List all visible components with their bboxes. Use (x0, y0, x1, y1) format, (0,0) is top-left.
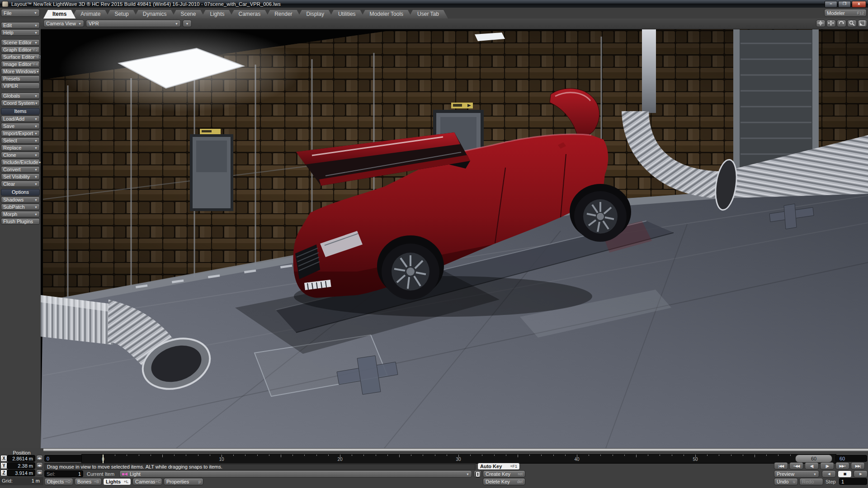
view-mode-dropdown[interactable]: Camera View ▼ (43, 20, 84, 27)
delete-key-button[interactable]: Delete Key del (483, 478, 525, 485)
prev-key-button[interactable]: +◀◀ (789, 462, 803, 469)
close-button[interactable]: x (852, 1, 866, 8)
current-frame-marker[interactable] (103, 455, 104, 463)
step-back-button[interactable]: ◀|| (805, 462, 819, 469)
sidebar-item-subpatch[interactable]: SubPatch▼ (1, 204, 40, 210)
redo-button[interactable]: Redo (799, 478, 823, 485)
auto-key-button[interactable]: Auto Key +F1 (477, 463, 520, 470)
go-start-button[interactable]: |◀◀ (774, 462, 788, 469)
tab-cameras[interactable]: Cameras (230, 10, 270, 19)
viewport-pan-button[interactable] (826, 20, 836, 27)
axis-stepper-y[interactable]: ◀▶ (36, 462, 43, 468)
tab-animate[interactable]: Animate (71, 10, 109, 19)
sidebar-item-coord-system[interactable]: Coord System▼ (1, 100, 40, 106)
sidebar-item-scene-editor[interactable]: Scene Editor▼ (1, 39, 40, 46)
sidebar-item-surface-editor[interactable]: Surface Editor^F3 (1, 54, 40, 60)
tab-setup[interactable]: Setup (105, 10, 137, 19)
viewport-fit-button[interactable] (858, 20, 867, 27)
timeline-range-handle[interactable]: 60 (795, 455, 832, 463)
axis-toggle-z[interactable]: Z (0, 469, 7, 476)
axis-value-z[interactable]: 3.914 m (7, 469, 35, 476)
objects-mode-button[interactable]: Objects+O (44, 478, 73, 485)
ruler-tick (506, 455, 506, 456)
sidebar-item-shadows[interactable]: Shadows▼ (1, 197, 40, 203)
pause-button[interactable]: ▮▮ (838, 470, 852, 478)
next-key-button[interactable]: ▶▶+ (835, 462, 849, 469)
current-item-dropdown[interactable]: Light ▼ (119, 470, 472, 478)
sidebar-item-more-windows[interactable]: More Windows▼ (1, 68, 40, 75)
sidebar-item-clear[interactable]: Clear▼ (1, 181, 40, 187)
sidebar-item-shortcut: ^F4 (31, 62, 38, 66)
minimize-button[interactable]: – (825, 1, 837, 8)
axis-stepper-x[interactable]: ◀▶ (36, 455, 43, 461)
axis-toggle-x[interactable]: X (0, 455, 7, 462)
viewport-zoom-button[interactable] (847, 20, 857, 27)
sidebar-item-label: Edit (3, 23, 12, 28)
app-icon (2, 1, 9, 7)
sidebar-item-replace[interactable]: Replace▼ (1, 145, 40, 151)
file-menu-button[interactable]: File ▼ (1, 9, 40, 17)
sidebar-item-edit[interactable]: Edit▼ (1, 22, 40, 28)
restore-button[interactable]: ❐ (838, 1, 851, 8)
sidebar-item-label: Set Visibility (3, 174, 30, 179)
tab-dynamics[interactable]: Dynamics (134, 10, 176, 19)
sidebar-item-import-export[interactable]: Import/Export▼ (1, 130, 40, 136)
sidebar-item-help[interactable]: Help▼ (1, 29, 40, 36)
viewport-options-dropdown[interactable]: ▼ (183, 20, 192, 27)
sidebar-item-set-visibility[interactable]: Set Visibility▼ (1, 174, 40, 180)
axis-value-x[interactable]: 2.8614 m (7, 455, 35, 462)
modeler-button[interactable]: Modeler F12 (824, 9, 867, 17)
axis-stepper-z[interactable]: ◀▶ (36, 469, 43, 475)
sidebar-item-flush-plugins[interactable]: Flush Plugins (1, 218, 40, 225)
sidebar-item-save[interactable]: Save▼ (1, 123, 40, 129)
preview-dropdown[interactable]: Preview ▼ (774, 470, 819, 478)
go-end-button[interactable]: ▶▶| (851, 462, 865, 469)
viewport-center-button[interactable] (816, 20, 826, 27)
tab-items[interactable]: Items (43, 10, 75, 19)
play-reverse-button[interactable]: ◀ (822, 470, 836, 478)
sidebar-item-viper[interactable]: VIPER (1, 83, 40, 89)
render-mode-dropdown[interactable]: VPR ▼ (86, 20, 181, 27)
item-lock-button[interactable] (474, 470, 481, 478)
tab-utilities[interactable]: Utilities (329, 10, 365, 19)
viewport-rotate-button[interactable] (837, 20, 846, 27)
play-forward-button[interactable]: ▶ (854, 470, 868, 478)
sidebar-item-load-add[interactable]: Load/Add▼ (1, 116, 40, 122)
sidebar-item-image-editor[interactable]: Image Editor^F4 (1, 61, 40, 67)
create-key-button[interactable]: Create Key ret (483, 470, 525, 478)
axis-value-y[interactable]: 2.38 m (7, 462, 35, 469)
ruler-tick (613, 455, 613, 456)
bones-mode-button[interactable]: Bones+B (75, 478, 102, 485)
bottom-panel: Position X2.8614 m◀▶Y2.38 m◀▶Z3.914 m◀▶ … (0, 448, 868, 488)
step-forward-button[interactable]: ||▶ (820, 462, 834, 469)
chevron-down-icon: ▼ (78, 22, 81, 25)
sidebar-item-select[interactable]: Select▼ (1, 137, 40, 144)
tab-modeler-tools[interactable]: Modeler Tools (361, 10, 412, 19)
sidebar-item-presets[interactable]: Presets (1, 75, 40, 82)
cameras-mode-button[interactable]: Cameras+C (132, 478, 162, 485)
sidebar-item-morph[interactable]: Morph▼ (1, 211, 40, 217)
undo-button[interactable]: Undo u (774, 478, 798, 485)
lights-mode-button[interactable]: Lights+L (103, 478, 131, 485)
lock-icon (476, 471, 480, 477)
sidebar-item-clone[interactable]: Clone▼ (1, 152, 40, 158)
tab-scene[interactable]: Scene (171, 10, 205, 19)
tab-display[interactable]: Display (297, 10, 333, 19)
sidebar-item-graph-editor[interactable]: Graph Editor^F2 (1, 47, 40, 53)
step-field[interactable]: 1 (839, 478, 867, 485)
timeline-ruler[interactable]: 0102030405060 (81, 454, 836, 464)
end-frame-field[interactable]: 60 (835, 455, 867, 462)
viewport-render[interactable] (41, 19, 868, 448)
tab-lights[interactable]: Lights (201, 10, 233, 19)
properties-mode-button[interactable]: Propertiesp (164, 478, 203, 485)
tab-render[interactable]: Render (265, 10, 301, 19)
sidebar-item-globals[interactable]: Globals▼ (1, 93, 40, 99)
sidebar-item-label: Replace (3, 145, 21, 150)
sidebar-item-convert[interactable]: Convert▼ (1, 166, 40, 173)
current-frame-field[interactable]: 0 (44, 455, 83, 462)
sidebar-item-include-exclude[interactable]: Include/Exclude▼ (1, 159, 40, 165)
tab-user-tab[interactable]: User Tab (408, 10, 448, 19)
axis-toggle-y[interactable]: Y (0, 462, 7, 469)
window-title: Layout™ NewTek LightWave 3D ® HC Rev 201… (11, 1, 281, 7)
sidebar-item-label: More Windows (3, 69, 36, 74)
